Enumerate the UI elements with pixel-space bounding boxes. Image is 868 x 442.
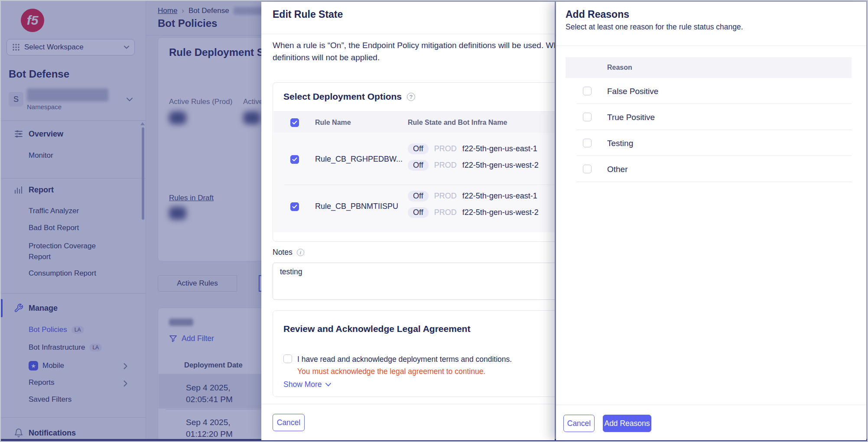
reason-checkbox[interactable] [583, 87, 592, 95]
reason-row[interactable]: True Positive [566, 104, 852, 130]
reason-label: True Positive [607, 113, 655, 122]
env-label: PROD [434, 144, 457, 153]
infra-name: f22-5th-gen-us-east-1 [462, 144, 537, 153]
deployment-entry: Off PROD f22-5th-gen-us-east-1 [408, 143, 537, 154]
show-more-label: Show More [283, 380, 322, 389]
legal-title: Review and Acknowledge Legal Agreement [283, 324, 470, 334]
legal-agreement-card: Review and Acknowledge Legal Agreement I… [273, 310, 555, 397]
options-card-title: Select Deployment Options [283, 91, 402, 102]
reason-checkbox[interactable] [583, 139, 592, 147]
env-label: PROD [434, 208, 457, 217]
env-label: PROD [434, 192, 457, 201]
infra-name: f22-5th-gen-us-east-1 [462, 192, 537, 201]
drawer-title: Add Reasons [566, 9, 629, 20]
cancel-button[interactable]: Cancel [273, 414, 305, 431]
modal-intro-line1: When a rule is “On”, the Endpoint Policy… [273, 41, 555, 50]
reason-checkbox[interactable] [583, 165, 592, 173]
rule-name: Rule_CB_PBNMTIISPU [315, 202, 398, 211]
options-table-header: Rule Name Rule State and Bot Infra Name [273, 111, 555, 133]
row-divider [284, 185, 555, 185]
select-all-checkbox[interactable] [290, 118, 299, 127]
reason-label: Other [607, 165, 628, 174]
rule-state-pill: Off [408, 207, 429, 218]
deployment-entry: Off PROD f22-5th-gen-us-east-1 [408, 191, 537, 202]
modal-header-divider [261, 34, 555, 34]
drawer-footer-divider [556, 405, 866, 405]
column-header-rule-name: Rule Name [315, 119, 351, 127]
deployment-entry: Off PROD f22-5th-gen-us-west-2 [408, 207, 539, 218]
column-header-rule-state: Rule State and Bot Infra Name [408, 119, 507, 127]
deployment-entry: Off PROD f22-5th-gen-us-west-2 [408, 160, 539, 171]
infra-name: f22-5th-gen-us-west-2 [462, 208, 539, 217]
add-reasons-drawer: Add Reasons Select at least one reason f… [556, 2, 866, 440]
column-header-reason: Reason [607, 64, 632, 72]
drawer-cancel-button[interactable]: Cancel [563, 415, 595, 432]
reason-checkbox[interactable] [583, 113, 592, 121]
legal-checkbox[interactable] [283, 354, 292, 363]
rule-checkbox[interactable] [290, 155, 299, 164]
rule-state-pill: Off [408, 143, 429, 154]
submit-button-label: Add Reasons [604, 419, 650, 428]
legal-checkbox-label: I have read and acknowledge deployment t… [297, 355, 512, 364]
infra-name: f22-5th-gen-us-west-2 [462, 161, 539, 170]
notes-input[interactable]: testing [273, 263, 555, 300]
rule-state-pill: Off [408, 191, 429, 202]
drawer-subtitle: Select at least one reason for the rule … [566, 23, 743, 32]
reasons-table-header: Reason [566, 57, 852, 78]
drawer-header-divider [556, 46, 866, 46]
modal-footer-divider [261, 404, 555, 404]
reason-label: Testing [607, 139, 633, 148]
notes-label-row: Notes i [273, 248, 304, 257]
row-divider [577, 182, 852, 182]
options-card-header: Select Deployment Options ? [283, 91, 415, 102]
reason-row[interactable]: False Positive [566, 78, 852, 104]
modal-title: Edit Rule State [273, 9, 343, 20]
notes-label: Notes [273, 248, 293, 257]
add-reasons-submit-button[interactable]: Add Reasons [603, 415, 651, 432]
options-table-body: Rule_CB_RGHPEDBW... Off PROD f22-5th-gen… [273, 133, 555, 232]
modal-intro-line2: definitions will not be applied. [273, 53, 380, 62]
rule-checkbox[interactable] [290, 202, 299, 211]
deployment-options-card: Select Deployment Options ? Rule Name Ru… [273, 82, 555, 242]
info-icon[interactable]: i [297, 249, 304, 256]
show-more-link[interactable]: Show More [283, 380, 331, 389]
app-screen: f5 Select Workspace Bot Defense S Namesp… [0, 0, 868, 442]
cancel-button-label: Cancel [567, 419, 591, 428]
reason-label: False Positive [607, 87, 658, 96]
reason-row[interactable]: Other [566, 156, 852, 182]
rule-state-pill: Off [408, 160, 429, 171]
edit-rule-state-modal: Edit Rule State When a rule is “On”, the… [261, 2, 555, 440]
cancel-button-label: Cancel [277, 418, 300, 427]
legal-error-text: You must acknowledge the legal agreement… [297, 367, 485, 376]
env-label: PROD [434, 161, 457, 170]
rule-name: Rule_CB_RGHPEDBW... [315, 155, 403, 164]
help-icon[interactable]: ? [407, 93, 415, 101]
reason-row[interactable]: Testing [566, 130, 852, 156]
